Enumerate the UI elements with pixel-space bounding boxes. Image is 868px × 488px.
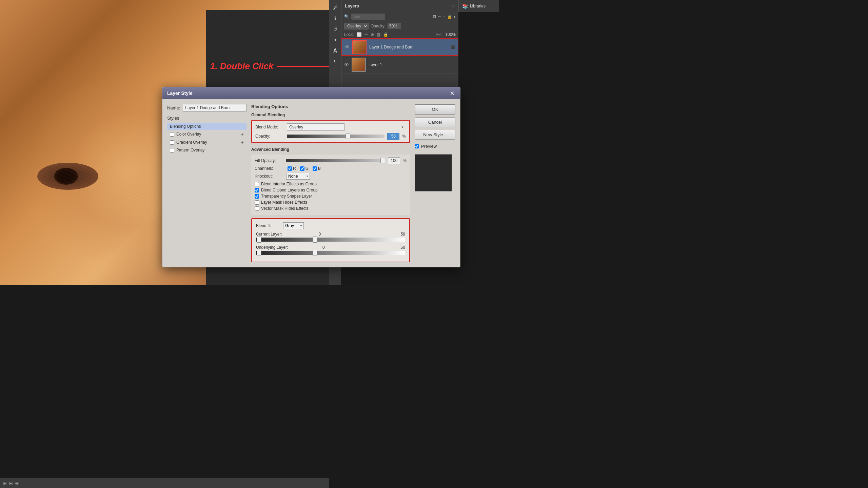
opacity-percent: %: [402, 134, 406, 139]
channel-r-checkbox[interactable]: [288, 166, 292, 171]
tool-history-icon[interactable]: ↺: [331, 24, 340, 34]
layer-item-dodge-burn[interactable]: 👁 Layer 1 Dodge and Burn ⬛: [341, 38, 458, 56]
new-style-button[interactable]: New Style...: [415, 130, 455, 140]
fill-opacity-slider[interactable]: [286, 159, 385, 162]
layer-visibility-filter[interactable]: ●: [453, 15, 456, 19]
libraries-tab[interactable]: 📚 Libraries: [458, 0, 499, 12]
blend-if-select[interactable]: Gray Red Green Blue: [283, 222, 304, 229]
channel-b-check[interactable]: B: [313, 166, 321, 171]
styles-list: Blending Options Color Overlay + Gradien…: [167, 123, 246, 154]
transparency-checkbox[interactable]: [255, 194, 259, 199]
layers-search-bar: 🔍 🖼 ✏ ↔ 🔒 ●: [341, 12, 458, 21]
style-item-blending-options[interactable]: Blending Options: [167, 123, 246, 130]
knockout-select[interactable]: None Shallow Deep: [286, 173, 310, 180]
bottom-tool-1[interactable]: ⊞: [3, 481, 7, 486]
style-item-gradient-overlay[interactable]: Gradient Overlay +: [167, 138, 246, 146]
cancel-button[interactable]: Cancel: [415, 117, 455, 127]
underlying-layer-range: Underlying Layer: 0 50: [256, 245, 405, 255]
pattern-overlay-label: Pattern Overlay: [176, 148, 204, 152]
style-item-color-overlay[interactable]: Color Overlay +: [167, 130, 246, 138]
vector-mask-checkbox[interactable]: [255, 206, 259, 211]
layer-pen-icon[interactable]: ✏: [438, 15, 441, 19]
fill-value: 100%: [445, 32, 456, 37]
layers-panel: Layers ≡ 🔍 🖼 ✏ ↔ 🔒 ● Overlay Opacity: Lo…: [341, 0, 458, 95]
dialog-titlebar: Layer Style ✕: [162, 87, 460, 99]
opacity-value-box[interactable]: 50: [387, 133, 399, 140]
style-item-pattern-overlay[interactable]: Pattern Overlay: [167, 146, 246, 154]
current-layer-thumb-left[interactable]: [257, 237, 261, 243]
tool-brush-icon[interactable]: 🖌: [331, 3, 340, 12]
bottom-tool-3[interactable]: ⊕: [15, 481, 19, 486]
underlying-layer-label: Underlying Layer:: [256, 245, 288, 250]
double-click-text: 1. Double Click: [210, 61, 273, 72]
fill-opacity-percent: %: [403, 158, 407, 163]
current-layer-thumb-right[interactable]: [313, 237, 317, 243]
blend-mode-row: Blend Mode: Overlay Normal Multiply Scre…: [255, 123, 406, 131]
channel-b-label: B: [318, 166, 321, 171]
layers-search-input[interactable]: [351, 14, 385, 20]
layer-style-dialog: Layer Style ✕ Name: Styles Blending Opti…: [162, 87, 460, 267]
layer-name-input[interactable]: [183, 104, 246, 111]
layer-move-icon[interactable]: ↔: [442, 15, 446, 19]
preview-label: Preview: [421, 144, 437, 149]
layer-item-1[interactable]: 👁 Layer 1: [341, 56, 458, 74]
layers-menu-icon[interactable]: ≡: [452, 3, 455, 9]
underlying-layer-thumb-right[interactable]: [313, 250, 317, 256]
current-layer-label-row: Current Layer: 0 50: [256, 232, 405, 237]
opacity-slider-thumb[interactable]: [346, 134, 350, 139]
layer-name-1: Layer 1 Dodge and Burn: [369, 45, 448, 49]
color-overlay-checkbox[interactable]: [170, 132, 174, 137]
layer-thumb-image-1: [353, 41, 366, 54]
layer-thumb-1: [352, 40, 367, 54]
tool-paragraph-icon[interactable]: ¶: [331, 57, 340, 66]
opacity-input[interactable]: [388, 23, 401, 29]
fill-opacity-thumb[interactable]: [380, 158, 385, 163]
lock-image-icon[interactable]: ✏: [364, 32, 368, 37]
preview-checkbox[interactable]: [415, 144, 419, 148]
blend-if-row: Blend If: Gray Red Green Blue: [256, 222, 405, 229]
bottom-tool-2[interactable]: ⊟: [9, 481, 13, 486]
underlying-layer-thumb-left[interactable]: [257, 250, 261, 256]
advanced-blending-heading: Advanced Blending: [251, 147, 410, 152]
underlying-layer-slider-track[interactable]: [256, 251, 405, 255]
dialog-close-button[interactable]: ✕: [449, 90, 455, 97]
current-layer-label: Current Layer:: [256, 232, 282, 237]
layer-visibility-eye-1[interactable]: 👁: [345, 44, 350, 50]
current-layer-slider-track[interactable]: [256, 238, 405, 242]
blend-mode-select[interactable]: Overlay: [344, 23, 369, 29]
channel-b-checkbox[interactable]: [313, 166, 317, 171]
preview-row: Preview: [415, 144, 455, 149]
blend-mode-dialog-select[interactable]: Overlay Normal Multiply Screen Soft Ligh…: [287, 123, 344, 131]
tool-move-icon[interactable]: ✦: [331, 35, 340, 45]
fill-opacity-row: Fill Opacity: 100 %: [255, 157, 407, 164]
general-blending-heading: General Blending: [251, 113, 410, 117]
channel-g-check[interactable]: G: [300, 166, 309, 171]
lock-transparency-icon[interactable]: ⬜: [357, 32, 362, 37]
layer-mask-checkbox[interactable]: [255, 200, 259, 205]
layer-lock-icon[interactable]: 🔒: [447, 15, 452, 19]
tool-info-icon[interactable]: ℹ: [331, 14, 340, 23]
layer-filter-icon[interactable]: 🖼: [433, 15, 436, 19]
underlying-layer-min-val: 0: [322, 245, 325, 250]
styles-panel: Name: Styles Blending Options Color Over…: [167, 104, 246, 262]
pattern-overlay-checkbox[interactable]: [170, 148, 174, 152]
dialog-title: Layer Style: [167, 90, 193, 96]
fill-opacity-value[interactable]: 100: [388, 157, 400, 164]
blend-clipped-checkbox[interactable]: [255, 188, 259, 192]
fill-opacity-label: Fill Opacity:: [255, 158, 283, 163]
lock-all-icon[interactable]: 🔒: [383, 32, 388, 37]
blend-interior-checkbox[interactable]: [255, 182, 259, 186]
opacity-slider-track[interactable]: [287, 135, 384, 138]
lock-artboard-icon[interactable]: ▦: [377, 32, 380, 37]
tool-text-icon[interactable]: A: [331, 46, 340, 56]
channel-g-label: G: [305, 166, 309, 171]
channel-g-checkbox[interactable]: [300, 166, 304, 171]
layer-visibility-eye-2[interactable]: 👁: [344, 62, 349, 67]
name-row: Name:: [167, 104, 246, 111]
layer-options-icon-1[interactable]: ⬛: [451, 45, 455, 49]
underlying-layer-label-row: Underlying Layer: 0 50: [256, 245, 405, 250]
channel-r-check[interactable]: R: [288, 166, 296, 171]
lock-position-icon[interactable]: ⊕: [371, 32, 374, 37]
gradient-overlay-checkbox[interactable]: [170, 140, 174, 145]
ok-button[interactable]: OK: [415, 104, 455, 115]
